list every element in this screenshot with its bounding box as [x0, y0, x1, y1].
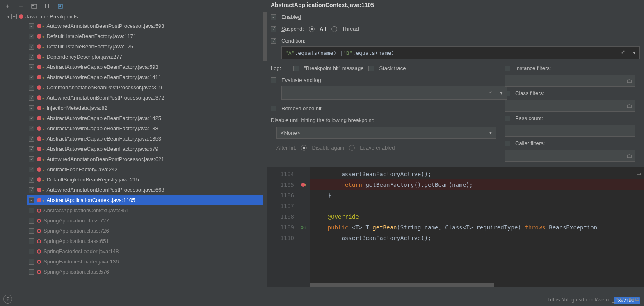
breakpoint-item[interactable]: ?AbstractBeanFactory.java:242 — [27, 164, 267, 175]
collapse-all-icon[interactable]: − — [11, 14, 17, 19]
breakpoint-checkbox[interactable] — [29, 156, 34, 162]
expand-icon[interactable]: ⤢ — [621, 49, 625, 55]
question-mark-icon: ? — [42, 36, 44, 39]
breakpoint-dot-icon — [37, 229, 41, 233]
breakpoint-item[interactable]: SpringApplication.class:726 — [27, 226, 267, 236]
breakpoint-item[interactable]: AbstractApplicationContext.java:851 — [27, 205, 267, 215]
log-message-checkbox[interactable] — [293, 66, 299, 71]
breakpoint-checkbox[interactable] — [29, 44, 34, 50]
group-by-file-icon[interactable] — [30, 2, 38, 11]
breakpoint-item[interactable]: ?AbstractAutowireCapableBeanFactory.java… — [27, 134, 267, 144]
breakpoint-label: AbstractApplicationContext.java:851 — [43, 207, 129, 213]
breakpoint-checkbox[interactable] — [29, 126, 34, 131]
breakpoint-checkbox[interactable] — [29, 85, 34, 91]
breakpoint-item[interactable]: ?AbstractAutowireCapableBeanFactory.java… — [27, 113, 267, 123]
breakpoint-checkbox[interactable] — [29, 259, 34, 265]
group-by-class-icon[interactable] — [43, 2, 51, 11]
dropdown-icon[interactable]: ▾ — [496, 86, 507, 99]
condition-history-dropdown[interactable]: ▾ — [629, 47, 639, 59]
expand-icon[interactable]: ⤢ — [489, 89, 493, 95]
add-breakpoint-button[interactable]: + — [4, 2, 11, 11]
breakpoint-checkbox[interactable] — [29, 75, 34, 80]
breakpoint-checkbox[interactable] — [29, 146, 34, 152]
breakpoint-checkbox[interactable] — [29, 64, 34, 70]
enabled-checkbox[interactable] — [271, 14, 276, 20]
breakpoint-checkbox[interactable] — [29, 238, 34, 244]
remove-once-hit-label: Remove once hit — [281, 105, 322, 111]
instance-filters-checkbox[interactable] — [505, 66, 510, 71]
remove-once-hit-checkbox[interactable] — [271, 106, 276, 111]
tree-scrollbar[interactable] — [263, 12, 267, 282]
breakpoint-item[interactable]: ?AutowiredAnnotationBeanPostProcessor.ja… — [27, 93, 267, 103]
breakpoint-item[interactable]: SpringApplication.class:651 — [27, 236, 267, 246]
breakpoint-checkbox[interactable] — [29, 136, 34, 142]
expand-arrow-icon[interactable]: ▾ — [7, 14, 9, 19]
after-hit-disable-radio — [301, 145, 307, 151]
breakpoint-item[interactable]: ?DefaultListableBeanFactory.java:1171 — [27, 31, 267, 41]
suspend-checkbox[interactable] — [271, 26, 276, 32]
breakpoint-item[interactable]: ?DefaultListableBeanFactory.java:1251 — [27, 41, 267, 52]
breakpoint-checkbox[interactable] — [29, 218, 34, 224]
instance-filters-input[interactable]: 🗀 — [505, 75, 635, 87]
view-options-icon[interactable] — [57, 2, 64, 11]
breakpoint-item[interactable]: ?InjectionMetadata.java:82 — [27, 103, 267, 113]
stack-trace-checkbox[interactable] — [368, 66, 374, 71]
breakpoint-checkbox[interactable] — [29, 116, 34, 121]
caller-filters-input[interactable]: 🗀 — [505, 150, 635, 162]
svg-rect-1 — [32, 5, 34, 6]
after-hit-leave-radio — [349, 145, 355, 151]
horizontal-scrollbar[interactable] — [310, 283, 494, 287]
reader-mode-icon[interactable]: ▭ — [637, 170, 641, 177]
breakpoint-checkbox[interactable] — [29, 34, 34, 39]
breakpoint-item[interactable]: SpringFactoriesLoader.java:136 — [27, 256, 267, 267]
breakpoint-checkbox[interactable] — [29, 228, 34, 234]
remove-breakpoint-button[interactable]: − — [17, 2, 25, 11]
suspend-thread-radio[interactable] — [331, 26, 337, 32]
breakpoint-item[interactable]: ?AbstractAutowireCapableBeanFactory.java… — [27, 62, 267, 72]
breakpoint-label: DefaultListableBeanFactory.java:1251 — [46, 43, 136, 50]
breakpoint-checkbox[interactable] — [29, 177, 34, 183]
pass-count-checkbox[interactable] — [505, 116, 510, 121]
breakpoint-checkbox[interactable] — [29, 208, 34, 213]
breakpoint-item[interactable]: ?AbstractAutowireCapableBeanFactory.java… — [27, 72, 267, 82]
help-button[interactable]: ? — [3, 295, 12, 304]
breakpoint-item[interactable]: ?AutowiredAnnotationBeanPostProcessor.ja… — [27, 154, 267, 164]
breakpoint-item[interactable]: ?AutowiredAnnotationBeanPostProcessor.ja… — [27, 185, 267, 195]
breakpoint-item[interactable]: ?AbstractAutowireCapableBeanFactory.java… — [27, 144, 267, 154]
disable-until-select[interactable]: <None> ▼ — [276, 127, 496, 139]
breakpoint-item[interactable]: SpringApplication.class:576 — [27, 267, 267, 277]
class-filters-input[interactable]: 🗀 — [505, 100, 635, 112]
breakpoint-item[interactable]: ?AbstractAutowireCapableBeanFactory.java… — [27, 123, 267, 134]
caller-filters-checkbox[interactable] — [505, 141, 510, 146]
breakpoint-label: AbstractApplicationContext.java:1105 — [46, 197, 135, 203]
browse-icon[interactable]: 🗀 — [626, 102, 632, 109]
breakpoint-item[interactable]: SpringApplication.class:727 — [27, 215, 267, 226]
breakpoint-checkbox[interactable] — [29, 167, 34, 172]
evaluate-log-input[interactable]: ⤢ ▾ — [281, 86, 507, 100]
breakpoint-checkbox[interactable] — [29, 197, 34, 203]
breakpoint-item[interactable]: ?DefaultSingletonBeanRegistry.java:215 — [27, 175, 267, 185]
condition-input[interactable]: "A".equals(name)|| "B".equals(name) ⤢ ▾ — [281, 46, 640, 59]
browse-icon[interactable]: 🗀 — [626, 152, 632, 159]
condition-checkbox[interactable] — [271, 38, 276, 44]
breakpoint-checkbox[interactable] — [29, 105, 34, 111]
breakpoint-item[interactable]: ?DependencyDescriptor.java:277 — [27, 52, 267, 62]
breakpoint-category-row[interactable]: ▾ − Java Line Breakpoints — [7, 12, 267, 21]
question-mark-icon: ? — [42, 25, 44, 29]
breakpoint-item[interactable]: ?AutowiredAnnotationBeanPostProcessor.ja… — [27, 21, 267, 31]
suspend-all-radio[interactable] — [309, 26, 315, 32]
breakpoint-checkbox[interactable] — [29, 187, 34, 193]
breakpoint-checkbox[interactable] — [29, 54, 34, 60]
breakpoint-checkbox[interactable] — [29, 95, 34, 101]
breakpoint-item[interactable]: ?AbstractApplicationContext.java:1105 — [27, 195, 267, 205]
evaluate-log-checkbox[interactable] — [271, 77, 276, 83]
breakpoint-checkbox[interactable] — [29, 23, 34, 29]
browse-icon[interactable]: 🗀 — [626, 77, 632, 84]
question-mark-icon: ? — [42, 179, 44, 183]
breakpoint-item[interactable]: ?CommonAnnotationBeanPostProcessor.java:… — [27, 82, 267, 93]
breakpoint-checkbox[interactable] — [29, 249, 34, 254]
breakpoint-item[interactable]: SpringFactoriesLoader.java:148 — [27, 246, 267, 256]
pass-count-input[interactable] — [505, 125, 635, 137]
breakpoint-dot-icon — [37, 116, 41, 120]
breakpoint-checkbox[interactable] — [29, 269, 34, 275]
